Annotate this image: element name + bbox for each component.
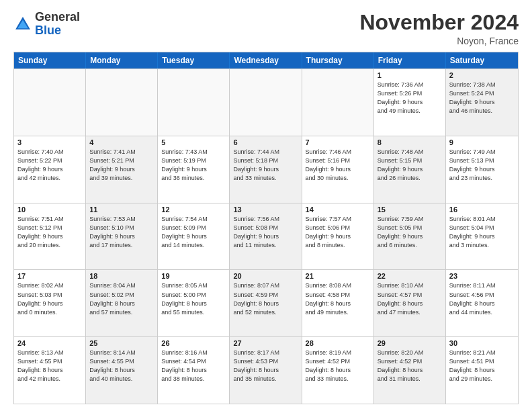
day-number: 29: [378, 339, 442, 347]
cal-cell: 15Sunrise: 7:59 AM Sunset: 5:05 PM Dayli…: [374, 203, 446, 270]
day-number: 25: [89, 339, 154, 347]
month-title: November 2024: [359, 11, 519, 34]
day-number: 3: [17, 138, 82, 146]
cell-info: Sunrise: 8:17 AM Sunset: 4:53 PM Dayligh…: [233, 349, 298, 383]
day-number: 15: [378, 205, 442, 214]
logo-icon: [13, 15, 32, 34]
cal-cell: 9Sunrise: 7:49 AM Sunset: 5:13 PM Daylig…: [446, 136, 518, 203]
day-number: 1: [378, 71, 442, 79]
day-header-thursday: Thursday: [302, 52, 374, 68]
location: Noyon, France: [359, 36, 519, 46]
cal-cell: 23Sunrise: 8:11 AM Sunset: 4:56 PM Dayli…: [446, 270, 518, 336]
page: General Blue November 2024 Noyon, France…: [0, 0, 532, 411]
cell-info: Sunrise: 8:14 AM Sunset: 4:55 PM Dayligh…: [89, 349, 154, 383]
day-number: 20: [233, 272, 298, 280]
day-header-sunday: Sunday: [14, 52, 86, 68]
cell-info: Sunrise: 8:02 AM Sunset: 5:03 PM Dayligh…: [17, 281, 82, 316]
day-number: 12: [161, 205, 226, 214]
cell-info: Sunrise: 7:54 AM Sunset: 5:09 PM Dayligh…: [161, 215, 226, 250]
cal-cell: [14, 69, 86, 136]
cell-info: Sunrise: 8:05 AM Sunset: 5:00 PM Dayligh…: [161, 281, 226, 316]
cal-week-4: 17Sunrise: 8:02 AM Sunset: 5:03 PM Dayli…: [14, 269, 518, 336]
cal-cell: 1Sunrise: 7:36 AM Sunset: 5:26 PM Daylig…: [374, 69, 446, 136]
cal-cell: 17Sunrise: 8:02 AM Sunset: 5:03 PM Dayli…: [14, 270, 86, 336]
day-number: 7: [306, 138, 370, 146]
day-number: 13: [233, 205, 298, 214]
day-number: 17: [17, 272, 82, 280]
cal-cell: 5Sunrise: 7:43 AM Sunset: 5:19 PM Daylig…: [158, 136, 230, 203]
logo: General Blue: [13, 11, 80, 38]
cell-info: Sunrise: 7:59 AM Sunset: 5:05 PM Dayligh…: [378, 215, 442, 250]
cell-info: Sunrise: 7:53 AM Sunset: 5:10 PM Dayligh…: [89, 215, 154, 250]
cell-info: Sunrise: 7:44 AM Sunset: 5:18 PM Dayligh…: [233, 148, 298, 183]
day-number: 6: [233, 138, 298, 146]
cell-info: Sunrise: 8:21 AM Sunset: 4:51 PM Dayligh…: [449, 349, 515, 383]
day-number: 23: [449, 272, 515, 280]
day-number: 9: [449, 138, 515, 146]
cell-info: Sunrise: 8:07 AM Sunset: 4:59 PM Dayligh…: [233, 281, 298, 316]
cell-info: Sunrise: 8:11 AM Sunset: 4:56 PM Dayligh…: [449, 281, 515, 316]
day-number: 26: [161, 339, 226, 347]
day-number: 21: [306, 272, 370, 280]
day-header-wednesday: Wednesday: [230, 52, 302, 68]
calendar: SundayMondayTuesdayWednesdayThursdayFrid…: [13, 52, 519, 404]
day-header-tuesday: Tuesday: [158, 52, 230, 68]
cell-info: Sunrise: 8:08 AM Sunset: 4:58 PM Dayligh…: [306, 281, 370, 316]
cal-cell: 20Sunrise: 8:07 AM Sunset: 4:59 PM Dayli…: [230, 270, 302, 336]
cell-info: Sunrise: 8:10 AM Sunset: 4:57 PM Dayligh…: [378, 281, 442, 316]
day-number: 28: [306, 339, 370, 347]
cal-cell: 26Sunrise: 8:16 AM Sunset: 4:54 PM Dayli…: [158, 337, 230, 404]
day-number: 27: [233, 339, 298, 347]
cal-cell: 7Sunrise: 7:46 AM Sunset: 5:16 PM Daylig…: [302, 136, 374, 203]
cal-cell: 30Sunrise: 8:21 AM Sunset: 4:51 PM Dayli…: [446, 337, 518, 404]
day-number: 5: [161, 138, 226, 146]
cal-cell: 29Sunrise: 8:20 AM Sunset: 4:52 PM Dayli…: [374, 337, 446, 404]
day-number: 2: [449, 71, 515, 79]
cal-cell: 27Sunrise: 8:17 AM Sunset: 4:53 PM Dayli…: [230, 337, 302, 404]
logo-text: General Blue: [35, 11, 80, 38]
cal-cell: 24Sunrise: 8:13 AM Sunset: 4:55 PM Dayli…: [14, 337, 86, 404]
cal-cell: 6Sunrise: 7:44 AM Sunset: 5:18 PM Daylig…: [230, 136, 302, 203]
cell-info: Sunrise: 7:40 AM Sunset: 5:22 PM Dayligh…: [17, 148, 82, 183]
cal-cell: 3Sunrise: 7:40 AM Sunset: 5:22 PM Daylig…: [14, 136, 86, 203]
cal-cell: 22Sunrise: 8:10 AM Sunset: 4:57 PM Dayli…: [374, 270, 446, 336]
cal-week-1: 1Sunrise: 7:36 AM Sunset: 5:26 PM Daylig…: [14, 68, 518, 136]
cell-info: Sunrise: 8:16 AM Sunset: 4:54 PM Dayligh…: [161, 349, 226, 383]
cal-week-5: 24Sunrise: 8:13 AM Sunset: 4:55 PM Dayli…: [14, 336, 518, 404]
cal-cell: 8Sunrise: 7:48 AM Sunset: 5:15 PM Daylig…: [374, 136, 446, 203]
cal-cell: 14Sunrise: 7:57 AM Sunset: 5:06 PM Dayli…: [302, 203, 374, 270]
cell-info: Sunrise: 8:20 AM Sunset: 4:52 PM Dayligh…: [378, 349, 442, 383]
day-header-friday: Friday: [374, 52, 446, 68]
day-number: 22: [378, 272, 442, 280]
day-header-monday: Monday: [86, 52, 158, 68]
cell-info: Sunrise: 7:41 AM Sunset: 5:21 PM Dayligh…: [89, 148, 154, 183]
day-number: 16: [449, 205, 515, 214]
cal-week-2: 3Sunrise: 7:40 AM Sunset: 5:22 PM Daylig…: [14, 136, 518, 203]
logo-blue-text: Blue: [35, 24, 61, 37]
cal-cell: [158, 69, 230, 136]
cell-info: Sunrise: 8:04 AM Sunset: 5:02 PM Dayligh…: [89, 281, 154, 316]
cell-info: Sunrise: 7:48 AM Sunset: 5:15 PM Dayligh…: [378, 148, 442, 183]
day-number: 10: [17, 205, 82, 214]
calendar-body: 1Sunrise: 7:36 AM Sunset: 5:26 PM Daylig…: [14, 68, 518, 404]
cal-cell: [86, 69, 158, 136]
cell-info: Sunrise: 7:51 AM Sunset: 5:12 PM Dayligh…: [17, 215, 82, 250]
cell-info: Sunrise: 7:43 AM Sunset: 5:19 PM Dayligh…: [161, 148, 226, 183]
cal-cell: 12Sunrise: 7:54 AM Sunset: 5:09 PM Dayli…: [158, 203, 230, 270]
cal-cell: 4Sunrise: 7:41 AM Sunset: 5:21 PM Daylig…: [86, 136, 158, 203]
day-number: 14: [306, 205, 370, 214]
day-number: 11: [89, 205, 154, 214]
cell-info: Sunrise: 7:56 AM Sunset: 5:08 PM Dayligh…: [233, 215, 298, 250]
calendar-header: SundayMondayTuesdayWednesdayThursdayFrid…: [14, 52, 518, 68]
day-number: 18: [89, 272, 154, 280]
cal-cell: 19Sunrise: 8:05 AM Sunset: 5:00 PM Dayli…: [158, 270, 230, 336]
cell-info: Sunrise: 8:01 AM Sunset: 5:04 PM Dayligh…: [449, 215, 515, 250]
day-number: 4: [89, 138, 154, 146]
cal-cell: 28Sunrise: 8:19 AM Sunset: 4:52 PM Dayli…: [302, 337, 374, 404]
cell-info: Sunrise: 7:46 AM Sunset: 5:16 PM Dayligh…: [306, 148, 370, 183]
cal-week-3: 10Sunrise: 7:51 AM Sunset: 5:12 PM Dayli…: [14, 203, 518, 270]
cell-info: Sunrise: 7:49 AM Sunset: 5:13 PM Dayligh…: [449, 148, 515, 183]
cal-cell: 2Sunrise: 7:38 AM Sunset: 5:24 PM Daylig…: [446, 69, 518, 136]
cal-cell: [230, 69, 302, 136]
cal-cell: 25Sunrise: 8:14 AM Sunset: 4:55 PM Dayli…: [86, 337, 158, 404]
